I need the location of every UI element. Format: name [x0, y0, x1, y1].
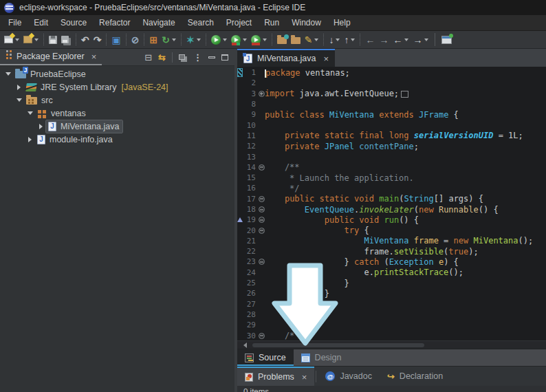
back-history-button[interactable]: ← [391, 32, 411, 47]
build-all-button[interactable]: ↻ [160, 32, 178, 47]
dropdown-caret-icon[interactable] [314, 39, 318, 41]
tab-package-explorer[interactable]: Package Explorer × [0, 49, 102, 65]
tree-item-miventana-java[interactable]: JMiVentana.java [0, 120, 234, 133]
next-annotation-button[interactable]: ↓ [327, 32, 342, 47]
redo-curved-button[interactable]: ↷ [91, 32, 104, 47]
code-line-21[interactable]: 21 MiVentana frame = new MiVentana(); [237, 236, 546, 246]
tab-miventana-java[interactable]: J MiVentana.java × [237, 49, 335, 67]
menu-search[interactable]: Search [182, 15, 220, 30]
tab-problems[interactable]: Problems × [237, 367, 314, 386]
dropdown-caret-icon[interactable] [197, 39, 201, 41]
tab-declaration[interactable]: ↪ Declaration [380, 367, 450, 386]
open-task-button[interactable]: ▣ [109, 32, 122, 47]
code-line-27[interactable]: 27 [237, 299, 546, 309]
code-line-10[interactable]: 10 [237, 120, 546, 130]
code-line-26[interactable]: 26 } [237, 288, 546, 298]
code-line-13[interactable]: 13 [237, 151, 546, 162]
dropdown-caret-icon[interactable] [263, 39, 267, 41]
menu-window[interactable]: Window [285, 15, 327, 30]
link-with-editor-icon[interactable]: ⇆ [158, 53, 166, 62]
new-package-button[interactable]: ⊞ [147, 32, 160, 47]
tab-javadoc[interactable]: @ Javadoc [318, 367, 380, 386]
code-line-28[interactable]: 28 [237, 309, 546, 320]
fold-toggle-icon[interactable] [258, 91, 265, 97]
java-perspective-button[interactable] [439, 32, 454, 47]
collapse-all-icon[interactable]: ⊟ [144, 53, 152, 62]
tree-item-pruebaeclipse[interactable]: JPruebaEclipse [0, 67, 234, 80]
code-line-15[interactable]: 15 * Launch the application. [237, 173, 546, 183]
code-line-30[interactable]: 30 /* [237, 330, 546, 340]
next-edit-location-button[interactable]: → [377, 32, 391, 47]
package-tree[interactable]: JPruebaEclipseJRE System Library[JavaSE-… [0, 66, 234, 392]
chevron-down-icon[interactable] [25, 111, 35, 115]
code-line-9[interactable]: 9public class MiVentana extends JFrame { [237, 109, 546, 120]
code-line-29[interactable]: 29 [237, 320, 546, 330]
chevron-right-icon[interactable] [14, 85, 24, 90]
fold-toggle-icon[interactable] [258, 259, 265, 265]
maximize-icon[interactable] [221, 54, 228, 61]
last-edit-location-button[interactable]: ← [363, 32, 377, 47]
chevron-right-icon[interactable] [36, 124, 46, 129]
debug-button[interactable]: ✶ [184, 32, 203, 47]
code-line-18[interactable]: 18 EventQueue.invokeLater(new Runnable()… [237, 204, 546, 215]
code-line-24[interactable]: 24 e.printStackTrace(); [237, 268, 546, 278]
new-java-project-button[interactable] [21, 32, 41, 47]
dropdown-caret-icon[interactable] [172, 39, 176, 41]
fold-toggle-icon[interactable] [258, 206, 265, 213]
menu-edit[interactable]: Edit [28, 15, 54, 30]
new-wizard-button[interactable] [2, 32, 21, 47]
chevron-down-icon[interactable] [14, 98, 24, 102]
dropdown-caret-icon[interactable] [404, 39, 408, 41]
forward-history-button[interactable]: → [411, 32, 430, 47]
tree-item-module-info-java[interactable]: Jmodule-info.java [0, 133, 234, 146]
code-area[interactable]: 1package ventanas;23import java.awt.Even… [237, 67, 546, 340]
tree-item-ventanas[interactable]: ventanas [0, 107, 234, 120]
tab-design[interactable]: Design [294, 349, 349, 366]
menu-refactor[interactable]: Refactor [93, 15, 136, 30]
dropdown-caret-icon[interactable] [351, 39, 355, 41]
code-line-2[interactable]: 2 [237, 78, 546, 88]
undo-curved-button[interactable]: ↶ [79, 32, 91, 47]
code-line-23[interactable]: 23 } catch (Exception e) { [237, 257, 546, 267]
fold-toggle-icon[interactable] [258, 333, 265, 339]
dropdown-caret-icon[interactable] [424, 39, 428, 41]
code-line-1[interactable]: 1package ventanas; [237, 67, 546, 78]
code-line-20[interactable]: 20 try { [237, 225, 546, 235]
close-icon[interactable]: × [302, 372, 307, 382]
menu-help[interactable]: Help [327, 15, 357, 30]
dropdown-caret-icon[interactable] [243, 39, 247, 41]
code-line-12[interactable]: 12 private JPanel contentPane; [237, 141, 546, 151]
minimize-icon[interactable] [208, 56, 215, 58]
close-icon[interactable]: × [323, 54, 329, 64]
previous-annotation-button[interactable]: ↑ [342, 32, 357, 47]
code-line-17[interactable]: 17 public static void main(String[] args… [237, 194, 546, 204]
open-resource-button[interactable] [289, 32, 303, 47]
fold-toggle-icon[interactable] [258, 164, 265, 171]
menu-project[interactable]: Project [220, 15, 258, 30]
tree-item-jre-system-library[interactable]: JRE System Library[JavaSE-24] [0, 80, 234, 94]
chevron-right-icon[interactable] [25, 137, 35, 142]
open-type-button[interactable] [275, 32, 289, 47]
code-line-8[interactable]: 8 [237, 99, 546, 109]
menu-file[interactable]: File [2, 15, 28, 30]
scrollbar-thumb[interactable] [252, 343, 424, 347]
code-line-25[interactable]: 25 } [237, 278, 546, 288]
menu-navigate[interactable]: Navigate [136, 15, 181, 30]
dropdown-caret-icon[interactable] [15, 39, 19, 41]
code-line-16[interactable]: 16 */ [237, 183, 546, 193]
scroll-left-icon[interactable] [243, 342, 247, 348]
dropdown-caret-icon[interactable] [223, 39, 227, 41]
tab-source[interactable]: Source [237, 349, 294, 366]
menu-run[interactable]: Run [258, 15, 285, 30]
code-line-22[interactable]: 22 frame.setVisible(true); [237, 246, 546, 257]
fold-toggle-icon[interactable] [258, 196, 265, 202]
run-button[interactable] [209, 32, 229, 47]
menu-source[interactable]: Source [54, 15, 93, 30]
dropdown-caret-icon[interactable] [34, 39, 39, 41]
code-line-3[interactable]: 3import java.awt.EventQueue; [237, 89, 546, 99]
chevron-down-icon[interactable] [3, 72, 13, 76]
view-menu-icon[interactable]: ⋮ [193, 53, 202, 62]
fold-toggle-icon[interactable] [258, 228, 265, 234]
code-line-14[interactable]: 14 /** [237, 162, 546, 173]
dropdown-caret-icon[interactable] [336, 39, 340, 41]
